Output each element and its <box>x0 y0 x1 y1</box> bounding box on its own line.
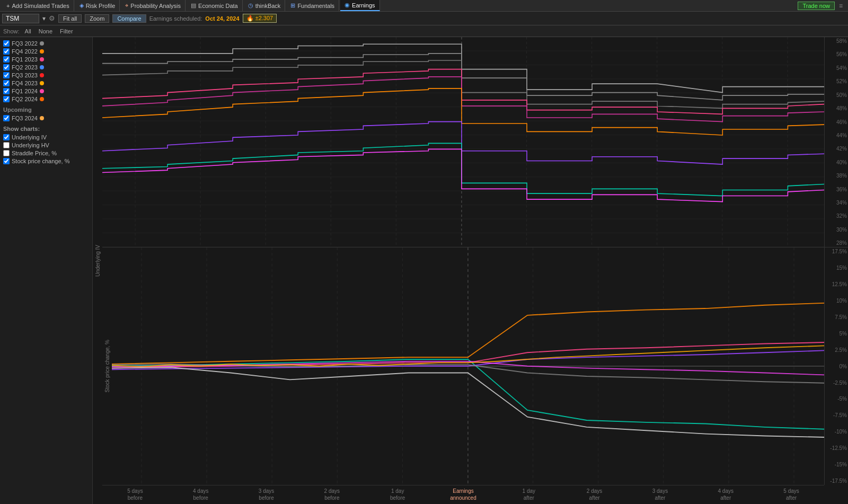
settings-icon[interactable]: ⚙ <box>49 14 55 22</box>
iv-chart-svg <box>102 37 824 247</box>
sidebar-fq1-2023[interactable]: FQ1 2023 <box>3 56 89 63</box>
iv-tick-32: 32% <box>826 213 847 219</box>
chart-underlying-hv[interactable]: Underlying HV <box>3 142 89 148</box>
iv-y-axis: 58% 56% 54% 52% 50% 48% 46% 44% 42% 40% … <box>824 37 848 247</box>
earnings-badge: 🔥 ±2.307 <box>243 14 277 23</box>
iv-tick-38: 38% <box>826 173 847 179</box>
iv-tick-56: 56% <box>826 51 847 57</box>
stock-tick-2: 2.5% <box>826 347 847 353</box>
sidebar-fq3-2024[interactable]: FQ3 2024 <box>3 115 89 121</box>
fq3-2024-label: FQ3 2024 <box>12 115 38 121</box>
x-label-2before: 2 daysbefore <box>299 485 365 501</box>
sidebar-fq4-2023[interactable]: FQ4 2023 <box>3 80 89 86</box>
stock-price-label: Stock price change, % <box>12 158 69 164</box>
stock-y-axis: 17.5% 15% 12.5% 10% 7.5% 5% 2.5% 0% -2.5… <box>824 247 848 485</box>
fq3-2024-dot <box>40 116 44 120</box>
x-label-5before: 5 daysbefore <box>102 485 168 501</box>
quarters-section: FQ3 2022 FQ4 2022 FQ1 2023 FQ2 2023 FQ3 <box>3 40 89 102</box>
x-label-1before: 1 daybefore <box>365 485 430 501</box>
earnings-icon: ◉ <box>344 2 350 8</box>
toolbar: ▾ ⚙ Fit all Zoom Compare Earnings schedu… <box>0 12 848 25</box>
top-nav: + Add Simulated Trades ◈ Risk Profile ⌖ … <box>0 0 848 12</box>
chart-underlying-iv[interactable]: Underlying IV <box>3 134 89 140</box>
iv-tick-58: 58% <box>826 38 847 44</box>
trade-now-button[interactable]: Trade now <box>798 2 835 10</box>
sidebar-fq4-2022[interactable]: FQ4 2022 <box>3 48 89 55</box>
straddle-price-checkbox[interactable] <box>3 150 10 156</box>
stock-tick-10: 10% <box>826 298 847 304</box>
fq1-2023-dot <box>40 57 44 61</box>
x-label-1after: 1 dayafter <box>496 485 562 501</box>
underlying-iv-axis-label: Underlying IV <box>95 245 101 277</box>
nav-add-sim[interactable]: + Add Simulated Trades <box>2 0 74 11</box>
sidebar-fq2-2023[interactable]: FQ2 2023 <box>3 64 89 70</box>
compare-button[interactable]: Compare <box>112 14 146 23</box>
fq3-2024-checkbox[interactable] <box>3 115 10 121</box>
stock-tick-n17: -17.5% <box>826 478 847 484</box>
fq3-2023-checkbox[interactable] <box>3 72 10 78</box>
show-bar: Show: All None Filter <box>0 25 848 37</box>
nav-thinkback[interactable]: ◷ thinkBack <box>244 0 286 11</box>
menu-icon[interactable]: ≡ <box>836 2 846 10</box>
fq1-2024-dot <box>40 89 44 93</box>
fq2-2023-checkbox[interactable] <box>3 64 10 70</box>
chart-area: Underlying IV <box>93 37 848 504</box>
x-axis: 5 daysbefore 4 daysbefore 3 daysbefore 2… <box>102 485 824 504</box>
x-label-3after: 3 daysafter <box>628 485 693 501</box>
stock-tick-15: 15% <box>826 265 847 271</box>
show-charts-title: Show charts: <box>3 126 89 132</box>
chart-straddle-price[interactable]: Straddle Price, % <box>3 150 89 156</box>
iv-tick-50: 50% <box>826 92 847 98</box>
stock-chart <box>112 247 824 485</box>
thinkback-icon: ◷ <box>248 2 253 9</box>
x-label-4after: 4 daysafter <box>693 485 758 501</box>
iv-tick-36: 36% <box>826 187 847 192</box>
nav-earnings[interactable]: ◉ Earnings <box>340 0 379 11</box>
show-none-button[interactable]: None <box>37 28 55 34</box>
risk-icon: ◈ <box>80 2 84 9</box>
fq2-2024-checkbox[interactable] <box>3 96 10 102</box>
fq4-2023-checkbox[interactable] <box>3 80 10 86</box>
sidebar-fq2-2024[interactable]: FQ2 2024 <box>3 96 89 102</box>
ticker-dropdown-icon[interactable]: ▾ <box>42 15 46 22</box>
fund-icon: ⊞ <box>290 2 295 9</box>
prob-icon: ⌖ <box>125 2 128 9</box>
stock-price-checkbox[interactable] <box>3 158 10 164</box>
fq4-2022-checkbox[interactable] <box>3 48 10 55</box>
fq3-2023-dot <box>40 73 44 77</box>
nav-prob-analysis[interactable]: ⌖ Probability Analysis <box>121 0 186 11</box>
underlying-hv-label: Underlying HV <box>12 142 49 148</box>
underlying-iv-checkbox[interactable] <box>3 134 10 140</box>
show-charts-section: Show charts: Underlying IV Underlying HV… <box>3 126 89 164</box>
fit-all-button[interactable]: Fit all <box>58 14 82 23</box>
chart-wrapper: Underlying IV <box>93 37 848 504</box>
stock-tick-12: 12.5% <box>826 281 847 287</box>
iv-chart <box>102 37 824 247</box>
econ-icon: ▤ <box>191 2 196 9</box>
fq1-2023-label: FQ1 2023 <box>12 56 38 63</box>
fq2-2023-dot <box>40 65 44 69</box>
sidebar-fq3-2023[interactable]: FQ3 2023 <box>3 72 89 78</box>
nav-fundamentals[interactable]: ⊞ Fundamentals <box>286 0 339 11</box>
fq2-2024-label: FQ2 2024 <box>12 96 38 102</box>
iv-tick-42: 42% <box>826 146 847 152</box>
underlying-hv-checkbox[interactable] <box>3 142 10 148</box>
fq1-2023-checkbox[interactable] <box>3 56 10 63</box>
fq1-2024-checkbox[interactable] <box>3 88 10 94</box>
sidebar-fq3-2022[interactable]: FQ3 2022 <box>3 40 89 47</box>
chart-stock-price[interactable]: Stock price change, % <box>3 158 89 164</box>
nav-risk-profile[interactable]: ◈ Risk Profile <box>75 0 120 11</box>
show-filter-button[interactable]: Filter <box>58 28 75 34</box>
zoom-button[interactable]: Zoom <box>85 14 109 23</box>
x-label-2after: 2 daysafter <box>562 485 628 501</box>
fq3-2022-checkbox[interactable] <box>3 40 10 47</box>
sidebar-fq1-2024[interactable]: FQ1 2024 <box>3 88 89 94</box>
stock-tick-n2: -2.5% <box>826 380 847 386</box>
show-all-button[interactable]: All <box>23 28 33 34</box>
x-label-earnings: Earningsannounced <box>430 485 496 501</box>
nav-economic-data[interactable]: ▤ Economic Data <box>187 0 243 11</box>
ticker-input[interactable] <box>2 14 39 23</box>
iv-tick-34: 34% <box>826 200 847 206</box>
show-label: Show: <box>3 28 20 34</box>
upcoming-section: Upcoming FQ3 2024 <box>3 107 89 121</box>
